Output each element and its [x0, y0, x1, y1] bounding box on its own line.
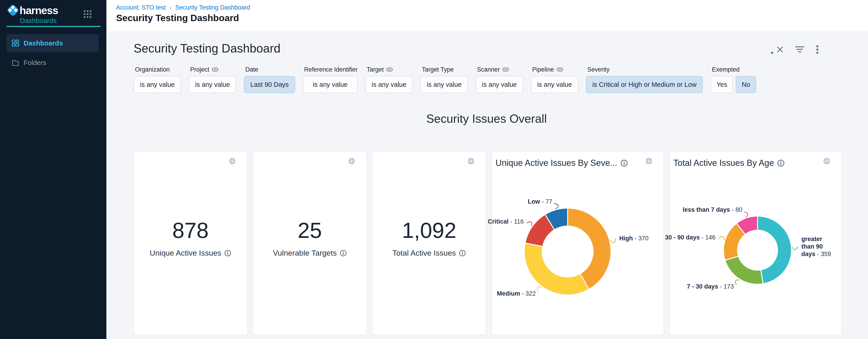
sidebar: harness Dashboards DashboardsFolders: [0, 0, 106, 339]
breadcrumb-account-link[interactable]: Account: STO test: [116, 4, 166, 11]
harness-logo-icon[interactable]: [6, 3, 20, 17]
sidebar-item-label: Folders: [24, 59, 46, 66]
stat-label: Unique Active Issues: [134, 249, 247, 257]
filter-label: Scanner: [477, 66, 523, 73]
filter-scanner: Scanneris any value: [476, 66, 523, 93]
chart-callout-label: Medium - 322: [454, 290, 536, 298]
filter-label: Date: [245, 66, 295, 73]
filter-reference-identifier: Reference Identifieris any value: [303, 66, 358, 93]
sidebar-item-label: Dashboards: [24, 39, 63, 47]
close-icon[interactable]: [777, 46, 783, 53]
donut-slice-medium[interactable]: [524, 243, 589, 295]
filter-label: Reference Identifier: [304, 66, 358, 73]
donut-slice-greater-than-90-days[interactable]: [757, 216, 792, 284]
filter-label-text: Target Type: [422, 66, 454, 73]
filter-value-button[interactable]: is any value: [421, 76, 468, 93]
filter-value-button[interactable]: is any value: [134, 76, 181, 93]
filter-label: Target Type: [422, 66, 468, 73]
filter-value-button[interactable]: is any value: [531, 76, 578, 93]
chart-callout-label: 7 - 30 days - 173: [652, 283, 734, 290]
chart-callout-label: less than 7 days - 80: [661, 206, 742, 214]
filter-value-button[interactable]: is any value: [189, 76, 236, 93]
dashboard-title: Security Testing Dashboard: [134, 41, 280, 55]
filter-value-button[interactable]: Last 90 Days: [244, 76, 295, 93]
filter-option-yes[interactable]: Yes: [711, 76, 733, 93]
sidebar-divider: [6, 26, 101, 27]
sidebar-nav: DashboardsFolders: [6, 34, 99, 71]
filter-exempted: ExemptedYesNo: [711, 66, 756, 93]
sidebar-item-folders[interactable]: Folders: [6, 55, 99, 71]
info-icon[interactable]: [340, 250, 347, 256]
donut-card-unique-active-issues-by-seve: Unique Active Issues By Seve...High - 37…: [492, 151, 664, 335]
cards-row: 878Unique Active Issues25Vulnerable Targ…: [134, 151, 842, 335]
globe-button[interactable]: [468, 158, 474, 165]
info-icon[interactable]: [459, 250, 466, 256]
chart-callout-label: Low - 77: [470, 198, 552, 205]
logo-text: harness: [20, 4, 58, 17]
globe-button[interactable]: [348, 158, 355, 165]
globe-icon[interactable]: [468, 158, 474, 165]
filter-label: Pipeline: [532, 66, 578, 73]
breadcrumb: Account: STO test › Security Testing Das…: [116, 4, 250, 11]
more-vertical-icon[interactable]: [816, 45, 819, 54]
page-header: Account: STO test › Security Testing Das…: [106, 0, 868, 32]
stat-card-total-active-issues: 1,092Total Active Issues: [372, 151, 486, 335]
apps-grid-icon[interactable]: [84, 10, 92, 18]
stat-card-vulnerable-targets: 25Vulnerable Targets: [253, 151, 367, 335]
filter-label-text: Exempted: [712, 66, 740, 73]
filter-value-button[interactable]: is any value: [365, 76, 413, 93]
section-heading: Security Issues Overall: [134, 112, 839, 125]
filter-pipeline: Pipelineis any value: [531, 66, 578, 93]
donut-slice-7-30-days[interactable]: [725, 256, 763, 284]
page-title: Security Testing Dashboard: [116, 13, 239, 23]
filter-value-button[interactable]: is any value: [303, 76, 358, 93]
dashboards-grid-icon: [12, 39, 19, 47]
filter-label-text: Target: [367, 66, 384, 73]
globe-button[interactable]: [229, 158, 236, 165]
stat-label-text: Unique Active Issues: [150, 249, 221, 257]
filter-toggle-group: YesNo: [711, 76, 756, 93]
chart-callout-label: Critical - 116: [442, 218, 524, 225]
filter-organization: Organizationis any value: [134, 66, 181, 93]
folder-icon: [12, 59, 19, 66]
chart-callout-label: 30 - 90 days - 146: [634, 234, 716, 241]
info-icon[interactable]: [224, 250, 231, 256]
filter-bar: Organizationis any valueProjectis any va…: [134, 66, 756, 93]
filter-label: Severity: [587, 66, 703, 73]
stat-value: 25: [253, 220, 366, 241]
breadcrumb-separator: ›: [169, 4, 172, 11]
link-icon: [212, 67, 218, 72]
stat-value: 878: [134, 220, 247, 241]
filter-label-text: Scanner: [477, 66, 500, 73]
module-label: Dashboards: [20, 17, 57, 25]
filter-date: DateLast 90 Days: [244, 66, 295, 93]
dashboard-panel: Security Testing Dashboard Organizationi…: [106, 32, 868, 339]
globe-icon[interactable]: [348, 158, 355, 165]
filter-label-text: Project: [190, 66, 209, 73]
filter-severity: Severityis Critical or High or Medium or…: [586, 66, 703, 93]
dashboard-toolbar: [777, 45, 819, 54]
filter-target-type: Target Typeis any value: [421, 66, 468, 93]
donut-chart[interactable]: [492, 152, 663, 335]
filter-project: Projectis any value: [189, 66, 236, 93]
breadcrumb-dashboard-link[interactable]: Security Testing Dashboard: [175, 4, 250, 11]
stat-label: Vulnerable Targets: [253, 249, 366, 257]
filter-value-button[interactable]: is Critical or High or Medium or Low: [586, 76, 703, 93]
link-icon: [557, 67, 563, 72]
chart-callout-label: greater than 90 days - 359: [801, 235, 835, 258]
sidebar-item-dashboards[interactable]: Dashboards: [6, 34, 99, 52]
filter-label-text: Pipeline: [532, 66, 554, 73]
filter-value-button[interactable]: is any value: [476, 76, 523, 93]
filter-label-text: Organization: [135, 66, 170, 73]
link-icon: [502, 67, 509, 72]
filter-target: Targetis any value: [365, 66, 413, 93]
filter-label: Target: [367, 66, 413, 73]
filter-label-text: Severity: [587, 66, 610, 73]
stat-label-text: Total Active Issues: [393, 249, 456, 257]
filter-icon[interactable]: [795, 46, 804, 53]
stat-label-text: Vulnerable Targets: [273, 249, 337, 257]
filter-option-no[interactable]: No: [736, 76, 756, 93]
globe-icon[interactable]: [229, 158, 236, 165]
filter-label: Exempted: [712, 66, 756, 73]
donut-card-total-active-issues-by-age: Total Active Issues By Agegreater than 9…: [670, 151, 842, 335]
